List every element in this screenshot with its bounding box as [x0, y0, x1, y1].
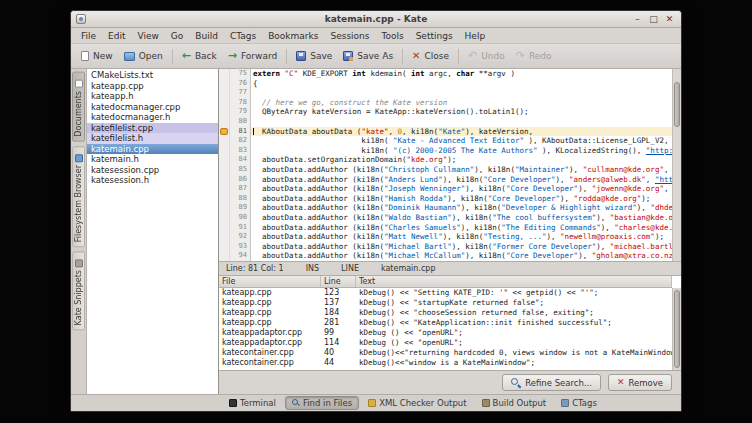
menu-help[interactable]: Help — [459, 31, 492, 41]
code-area[interactable]: 75extern "C" KDE_EXPORT int kdemain( int… — [219, 69, 672, 261]
find-result-row[interactable]: kateapp.cpp281kDebug() << "KateApplicati… — [219, 318, 672, 328]
toolbar-button-redo[interactable]: Redo — [511, 48, 557, 64]
code-text[interactable]: aboutData.addAuthor (ki18n("Hamish Rodda… — [251, 194, 672, 204]
code-text[interactable]: aboutData.addAuthor (ki18n("Dominik Haum… — [251, 203, 672, 213]
find-results-scrollbar[interactable] — [672, 288, 681, 370]
code-line-90[interactable]: 90 aboutData.addAuthor (ki18n("Waldo Bas… — [219, 213, 672, 223]
code-text[interactable]: QByteArray kateVersion = KateApp::kateVe… — [251, 107, 672, 117]
find-result-row[interactable]: kateappadaptor.cpp114kDebug () << "openU… — [219, 338, 672, 348]
code-line-92[interactable]: 92 aboutData.addAuthor (ki18n("Matt Newe… — [219, 232, 672, 242]
toolbar-button-back[interactable]: Back — [177, 48, 222, 64]
code-line-79[interactable]: 79 QByteArray kateVersion = KateApp::kat… — [219, 107, 672, 117]
menu-build[interactable]: Build — [189, 31, 224, 41]
code-text[interactable]: KAboutData aboutData ("kate", 0, ki18n("… — [251, 127, 672, 137]
editor[interactable]: 75extern "C" KDE_EXPORT int kdemain( int… — [219, 69, 681, 262]
document-item-katemain-cpp[interactable]: katemain.cpp — [87, 144, 218, 155]
sidebar-tab-documents[interactable]: Documents — [72, 72, 85, 142]
menu-tools[interactable]: Tools — [375, 31, 409, 41]
menu-go[interactable]: Go — [165, 31, 189, 41]
code-text[interactable]: // here we go, construct the Kate versio… — [251, 98, 672, 108]
code-text[interactable]: ki18n( "(c) 2000-2005 The Kate Authors" … — [251, 146, 672, 156]
code-text[interactable]: aboutData.addAuthor (ki18n("Matt Newell"… — [251, 232, 672, 242]
document-item-katemain-h[interactable]: katemain.h — [87, 154, 218, 165]
code-text[interactable] — [251, 88, 672, 98]
close-button[interactable]: ✕ — [663, 13, 676, 26]
code-text[interactable]: aboutData.addAuthor (ki18n("Joseph Wenni… — [251, 184, 672, 194]
toolbar-button-save-as[interactable]: Save As — [338, 48, 398, 64]
find-result-row[interactable]: kateapp.cpp184kDebug() << "chooseSession… — [219, 308, 672, 318]
editor-scrollbar[interactable] — [672, 69, 681, 261]
code-line-87[interactable]: 87 aboutData.addAuthor (ki18n("Joseph We… — [219, 184, 672, 194]
minimize-button[interactable]: – — [631, 13, 644, 26]
toolbar-button-forward[interactable]: Forward — [223, 48, 282, 64]
menu-ctags[interactable]: CTags — [224, 31, 262, 41]
find-results-scrollbar-thumb[interactable] — [674, 290, 680, 368]
code-line-80[interactable]: 80 — [219, 117, 672, 127]
code-line-77[interactable]: 77 — [219, 88, 672, 98]
code-line-91[interactable]: 91 aboutData.addAuthor (ki18n("Charles S… — [219, 223, 672, 233]
document-item-katedocmanager-h[interactable]: katedocmanager.h — [87, 112, 218, 123]
find-result-row[interactable]: kateapp.cpp137kDebug() << "startupKate r… — [219, 298, 672, 308]
bottom-tab-build-output[interactable]: Build Output — [476, 396, 553, 410]
code-text[interactable]: { — [251, 79, 672, 89]
code-line-75[interactable]: 75extern "C" KDE_EXPORT int kdemain( int… — [219, 69, 672, 79]
document-item-katefilelist-h[interactable]: katefilelist.h — [87, 133, 218, 144]
maximize-button[interactable]: □ — [647, 13, 660, 26]
code-line-83[interactable]: 83 ki18n( "(c) 2000-2005 The Kate Author… — [219, 146, 672, 156]
bottom-tab-ctags[interactable]: CTags — [555, 396, 603, 410]
find-result-row[interactable]: kateappadaptor.cpp99kDebug () << "openUR… — [219, 328, 672, 338]
code-line-78[interactable]: 78 // here we go, construct the Kate ver… — [219, 98, 672, 108]
bottom-tab-xml-checker-output[interactable]: XML Checker Output — [362, 396, 472, 410]
document-item-katesession-cpp[interactable]: katesession.cpp — [87, 165, 218, 176]
menu-settings[interactable]: Settings — [410, 31, 459, 41]
document-item-kateapp-cpp[interactable]: kateapp.cpp — [87, 81, 218, 92]
code-text[interactable]: aboutData.addAuthor (ki18n("Waldo Bastia… — [251, 213, 672, 223]
code-line-85[interactable]: 85 aboutData.addAuthor (ki18n("Christoph… — [219, 165, 672, 175]
document-item-kateapp-h[interactable]: kateapp.h — [87, 91, 218, 102]
code-line-84[interactable]: 84 aboutData.setOrganizationDomain("kde.… — [219, 155, 672, 165]
code-line-81[interactable]: 81 KAboutData aboutData ("kate", 0, ki18… — [219, 127, 672, 137]
code-line-76[interactable]: 76{ — [219, 79, 672, 89]
menu-bookmarks[interactable]: Bookmarks — [262, 31, 324, 41]
toolbar-button-undo[interactable]: Undo — [463, 48, 510, 64]
code-text[interactable]: aboutData.addAuthor (ki18n("Michael McCa… — [251, 251, 672, 261]
code-line-94[interactable]: 94 aboutData.addAuthor (ki18n("Michael M… — [219, 251, 672, 261]
editor-scrollbar-thumb[interactable] — [674, 82, 680, 126]
find-result-row[interactable]: katecontainer.cpp44kDebug()<<"window is … — [219, 358, 672, 368]
bottom-tab-find-in-files[interactable]: Find in Files — [285, 396, 359, 410]
column-header-file[interactable]: File — [219, 276, 321, 287]
sidebar-tab-kate-snippets[interactable]: Kate Snippets — [72, 251, 85, 330]
toolbar-button-save[interactable]: Save — [291, 48, 337, 64]
toolbar-button-new[interactable]: New — [76, 48, 118, 64]
document-item-katefilelist-cpp[interactable]: katefilelist.cpp — [87, 123, 218, 134]
code-line-82[interactable]: 82 ki18n( "Kate - Advanced Text Editor" … — [219, 136, 672, 146]
toolbar-button-open[interactable]: Open — [119, 48, 168, 64]
code-text[interactable]: aboutData.addAuthor (ki18n("Charles Samu… — [251, 223, 672, 233]
code-text[interactable]: extern "C" KDE_EXPORT int kdemain( int a… — [251, 69, 672, 79]
code-text[interactable]: aboutData.setOrganizationDomain("kde.org… — [251, 155, 672, 165]
find-result-row[interactable]: katecontainer.cpp40kDebug()<<"returning … — [219, 348, 672, 358]
code-line-89[interactable]: 89 aboutData.addAuthor (ki18n("Dominik H… — [219, 203, 672, 213]
remove-button[interactable]: ✕ Remove — [608, 374, 672, 391]
find-result-row[interactable]: kateapp.cpp123kDebug() << "Setting KATE_… — [219, 288, 672, 298]
sidebar-tab-filesystem-browser[interactable]: Filesystem Browser — [72, 146, 85, 247]
code-line-88[interactable]: 88 aboutData.addAuthor (ki18n("Hamish Ro… — [219, 194, 672, 204]
document-item-cmakelists-txt[interactable]: CMakeLists.txt — [87, 70, 218, 81]
code-text[interactable]: aboutData.addAuthor (ki18n("Michael Bart… — [251, 242, 672, 252]
refine-search-button[interactable]: Refine Search... — [502, 374, 601, 391]
document-item-katedocmanager-cpp[interactable]: katedocmanager.cpp — [87, 102, 218, 113]
toolbar-button-close[interactable]: Close — [407, 48, 454, 64]
code-text[interactable]: ki18n( "Kate - Advanced Text Editor" ), … — [251, 136, 672, 146]
code-line-86[interactable]: 86 aboutData.addAuthor (ki18n("Anders Lu… — [219, 175, 672, 185]
menu-edit[interactable]: Edit — [102, 31, 131, 41]
code-line-93[interactable]: 93 aboutData.addAuthor (ki18n("Michael B… — [219, 242, 672, 252]
menu-view[interactable]: View — [132, 31, 165, 41]
column-header-text[interactable]: Text — [356, 276, 672, 287]
code-text[interactable] — [251, 117, 672, 127]
code-text[interactable]: aboutData.addAuthor (ki18n("Anders Lund"… — [251, 175, 672, 185]
column-header-line[interactable]: Line — [321, 276, 356, 287]
document-item-katesession-h[interactable]: katesession.h — [87, 175, 218, 186]
code-text[interactable]: aboutData.addAuthor (ki18n("Christoph Cu… — [251, 165, 672, 175]
menu-sessions[interactable]: Sessions — [324, 31, 375, 41]
bottom-tab-terminal[interactable]: Terminal — [223, 396, 282, 410]
